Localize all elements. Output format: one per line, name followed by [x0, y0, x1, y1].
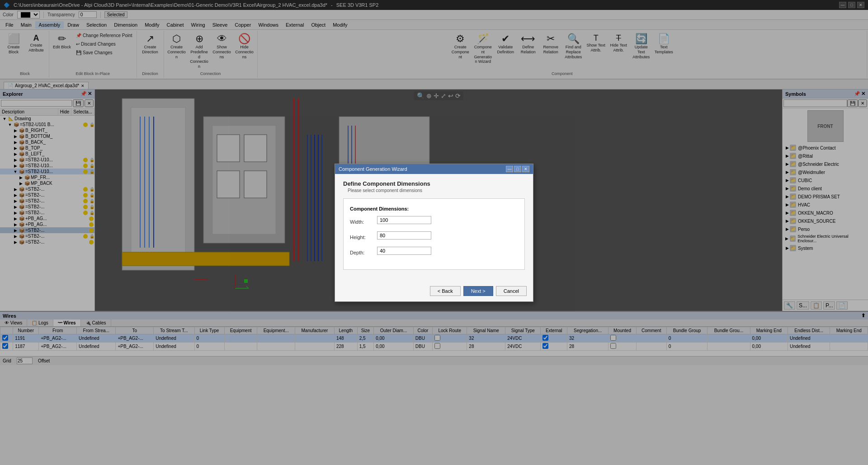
modal-subtitle: Please select component dimensions [348, 188, 525, 193]
modal-footer: < Back Next > Cancel [335, 282, 533, 301]
modal-titlebar: Component Generation Wizard — □ ✕ [335, 164, 533, 174]
modal-section-label: Component Dimensions: [350, 206, 518, 211]
modal-field-width: Width: [350, 216, 518, 228]
modal-close-button[interactable]: ✕ [522, 166, 529, 172]
modal-body: Define Component Dimensions Please selec… [335, 174, 533, 282]
next-button[interactable]: Next > [463, 286, 493, 296]
modal-maximize-button[interactable]: □ [514, 166, 521, 172]
width-input[interactable] [377, 216, 431, 224]
modal-window-controls: — □ ✕ [506, 166, 529, 172]
modal-main-title: Define Component Dimensions [343, 180, 525, 187]
modal-title-section: Define Component Dimensions Please selec… [343, 180, 525, 193]
cancel-button[interactable]: Cancel [496, 286, 527, 296]
height-label: Height: [350, 235, 377, 240]
modal-content-box: Component Dimensions: Width: Height: Dep… [343, 198, 525, 270]
modal-field-height: Height: [350, 231, 518, 243]
modal-overlay: Component Generation Wizard — □ ✕ Define… [0, 0, 868, 465]
modal-field-depth: Depth: [350, 247, 518, 258]
modal-dialog: Component Generation Wizard — □ ✕ Define… [335, 164, 533, 302]
depth-input[interactable] [377, 247, 431, 255]
depth-label: Depth: [350, 250, 377, 255]
modal-title-text: Component Generation Wizard [339, 166, 407, 172]
back-button[interactable]: < Back [430, 286, 461, 296]
width-label: Width: [350, 219, 377, 225]
height-input[interactable] [377, 231, 431, 240]
modal-minimize-button[interactable]: — [506, 166, 513, 172]
